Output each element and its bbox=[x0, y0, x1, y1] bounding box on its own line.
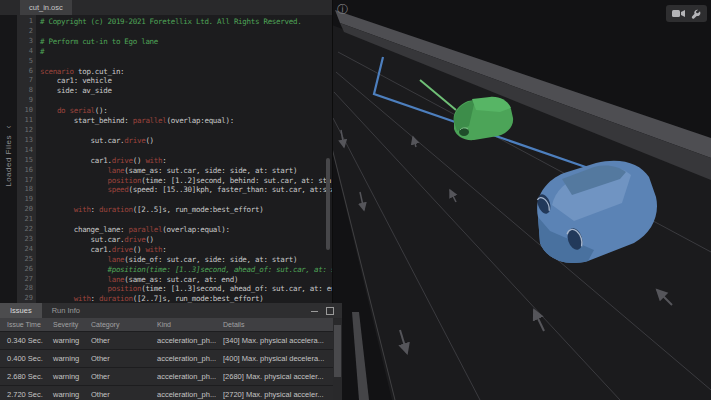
column-issue-time[interactable]: Issue Time bbox=[0, 318, 46, 332]
code-line: #position(time: [1..3]second, ahead_of: … bbox=[40, 265, 332, 275]
code-line: car1.drive() with: bbox=[40, 156, 332, 166]
code-line: car1.drive() with: bbox=[40, 245, 332, 255]
issue-cell: [340] Max. physical accelera... bbox=[216, 332, 333, 350]
curb bbox=[352, 312, 369, 400]
line-number: 10 bbox=[17, 106, 33, 116]
maximize-icon[interactable] bbox=[326, 307, 334, 315]
wrench-icon[interactable] bbox=[691, 9, 701, 19]
issue-cell: warning bbox=[46, 386, 84, 400]
line-number: 8 bbox=[17, 86, 33, 96]
loaded-files-sidebar[interactable]: › Loaded Files bbox=[0, 15, 17, 303]
line-number: 2 bbox=[17, 27, 33, 37]
issues-scrollbar[interactable] bbox=[333, 319, 342, 400]
camera-icon[interactable] bbox=[672, 9, 685, 18]
code-line: change_lane: parallel(overlap:equal): bbox=[40, 225, 332, 235]
code-line bbox=[40, 96, 332, 106]
code-line: car1: vehicle bbox=[40, 76, 332, 86]
code-line: side: av_side bbox=[40, 86, 332, 96]
code-line: scenario top.cut_in: bbox=[40, 67, 332, 77]
code-line bbox=[40, 57, 332, 67]
code-line: position(time: [1..2]second, behind: sut… bbox=[40, 176, 332, 186]
tab-issues[interactable]: Issues bbox=[0, 303, 42, 318]
code-line bbox=[40, 27, 332, 37]
line-number: 24 bbox=[17, 245, 33, 255]
tab-run-info[interactable]: Run Info bbox=[42, 303, 90, 318]
code-line: lane(same_as: sut.car, side: side, at: s… bbox=[40, 166, 332, 176]
line-number: 22 bbox=[17, 225, 33, 235]
issue-cell: [400] Max. physical decelera... bbox=[216, 350, 333, 368]
line-number: 18 bbox=[17, 185, 33, 195]
line-number: 6 bbox=[17, 67, 33, 77]
issue-cell: acceleration_ph... bbox=[150, 350, 216, 368]
line-number: 21 bbox=[17, 215, 33, 225]
issue-row[interactable]: 2.720 Sec.warningOtheracceleration_ph...… bbox=[0, 386, 333, 400]
issues-tab-bar: Issues Run Info bbox=[0, 303, 342, 318]
code-content[interactable]: # Copyright (c) 2019-2021 Foretellix Ltd… bbox=[36, 15, 332, 303]
issue-row[interactable]: 0.340 Sec.warningOtheracceleration_ph...… bbox=[0, 332, 333, 350]
line-number: 3 bbox=[17, 37, 33, 47]
3d-viewport[interactable]: ⓘ bbox=[332, 0, 711, 400]
issue-cell: acceleration_ph... bbox=[150, 368, 216, 386]
line-number: 27 bbox=[17, 275, 33, 285]
issue-cell: 0.340 Sec. bbox=[0, 332, 46, 350]
line-number: 23 bbox=[17, 235, 33, 245]
minimize-icon[interactable] bbox=[311, 311, 318, 312]
line-number: 11 bbox=[17, 116, 33, 126]
column-details[interactable]: Details bbox=[216, 318, 333, 332]
line-number: 13 bbox=[17, 136, 33, 146]
issues-table-body: 0.340 Sec.warningOtheracceleration_ph...… bbox=[0, 332, 333, 400]
issue-cell: 0.400 Sec. bbox=[0, 350, 46, 368]
issue-cell: acceleration_ph... bbox=[150, 332, 216, 350]
issue-cell: acceleration_ph... bbox=[150, 386, 216, 400]
column-kind[interactable]: Kind bbox=[150, 318, 216, 332]
loaded-files-label: Loaded Files bbox=[4, 135, 13, 187]
code-line: sut.car.drive() bbox=[40, 235, 332, 245]
line-number: 26 bbox=[17, 265, 33, 275]
code-line bbox=[40, 126, 332, 136]
issue-row[interactable]: 0.400 Sec.warningOtheracceleration_ph...… bbox=[0, 350, 333, 368]
issue-cell: Other bbox=[84, 332, 150, 350]
code-line bbox=[40, 146, 332, 156]
issues-table: Issue Time Severity Category Kind Detail… bbox=[0, 318, 333, 400]
issue-cell: Other bbox=[84, 368, 150, 386]
scene-canvas bbox=[332, 0, 711, 400]
editor-scrollbar[interactable] bbox=[326, 158, 330, 250]
issue-row[interactable]: 2.680 Sec.warningOtheracceleration_ph...… bbox=[0, 368, 333, 386]
code-line: # bbox=[40, 47, 332, 57]
line-number: 20 bbox=[17, 205, 33, 215]
viewport-toolbar bbox=[666, 5, 707, 22]
line-number: 29 bbox=[17, 294, 33, 303]
line-number: 16 bbox=[17, 166, 33, 176]
line-number: 4 bbox=[17, 47, 33, 57]
code-line: start_behind: parallel(overlap:equal): bbox=[40, 116, 332, 126]
line-number: 15 bbox=[17, 156, 33, 166]
code-line bbox=[40, 195, 332, 205]
column-severity[interactable]: Severity bbox=[46, 318, 84, 332]
issue-cell: warning bbox=[46, 332, 84, 350]
issue-cell: [2680] Max. physical acceler... bbox=[216, 368, 333, 386]
app-window: ⓘ cut_in.osc › Loaded Files 123456789101… bbox=[0, 0, 711, 400]
editor-tab-cut-in[interactable]: cut_in.osc bbox=[20, 0, 72, 15]
line-numbers: 1234567891011121314151617181920212223242… bbox=[17, 15, 36, 303]
column-category[interactable]: Category bbox=[84, 318, 150, 332]
issue-cell: 2.720 Sec. bbox=[0, 386, 46, 400]
code-line: with: duration([2..5]s, run_mode:best_ef… bbox=[40, 205, 332, 215]
code-line: # Perform cut-in to Ego lane bbox=[40, 37, 332, 47]
line-number: 28 bbox=[17, 284, 33, 294]
line-number: 19 bbox=[17, 195, 33, 205]
line-number: 1 bbox=[17, 17, 33, 27]
code-line: speed(speed: [15..30]kph, faster_than: s… bbox=[40, 185, 332, 195]
issue-cell: Other bbox=[84, 386, 150, 400]
line-number: 5 bbox=[17, 57, 33, 67]
line-number: 9 bbox=[17, 96, 33, 106]
issue-cell: [2720] Max. physical acceler... bbox=[216, 386, 333, 400]
code-editor-pane: cut_in.osc › Loaded Files 12345678910111… bbox=[0, 0, 333, 303]
line-number: 25 bbox=[17, 255, 33, 265]
code-line: # Copyright (c) 2019-2021 Foretellix Ltd… bbox=[40, 17, 332, 27]
info-icon[interactable]: ⓘ bbox=[337, 2, 348, 16]
line-number: 12 bbox=[17, 126, 33, 136]
chevron-expand-icon: › bbox=[5, 126, 13, 129]
code-line: sut.car.drive() bbox=[40, 136, 332, 146]
issue-cell: warning bbox=[46, 350, 84, 368]
line-number: 14 bbox=[17, 146, 33, 156]
